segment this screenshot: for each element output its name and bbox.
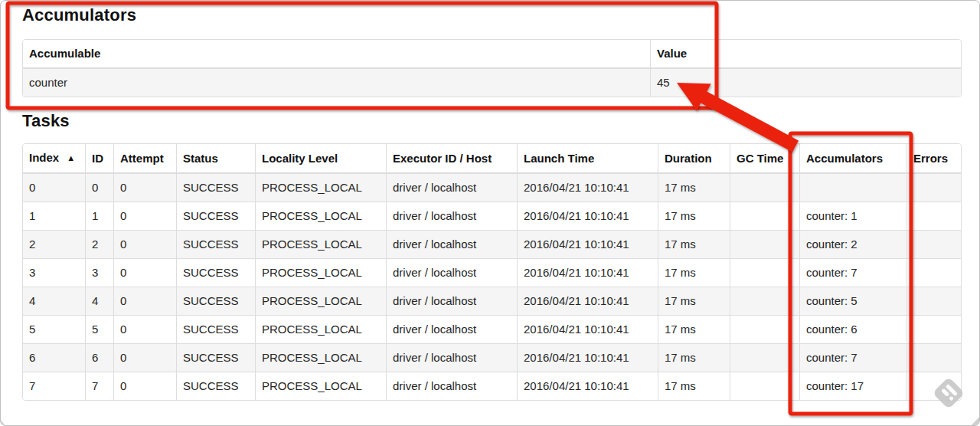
- tasks-cell-id: 4: [86, 287, 114, 316]
- tasks-cell-accumulators: counter: 1: [800, 202, 907, 231]
- tasks-cell-duration: 17 ms: [658, 202, 730, 231]
- tasks-header-row: Index▲IDAttemptStatusLocality LevelExecu…: [23, 144, 961, 174]
- tasks-column-header-locality-level[interactable]: Locality Level: [256, 144, 387, 174]
- tasks-cell-gc-time: [730, 174, 800, 202]
- tasks-cell-duration: 17 ms: [658, 174, 730, 202]
- tasks-cell-gc-time: [730, 344, 800, 372]
- tasks-cell-locality-level: PROCESS_LOCAL: [256, 174, 387, 202]
- tasks-cell-accumulators: counter: 2: [800, 231, 907, 259]
- tasks-cell-attempt: 0: [114, 174, 177, 202]
- tasks-cell-gc-time: [730, 287, 800, 316]
- tasks-cell-locality-level: PROCESS_LOCAL: [256, 344, 387, 372]
- acc-column-header-accumulable[interactable]: Accumulable: [23, 40, 651, 69]
- tasks-cell-index: 1: [23, 202, 86, 231]
- accumulators-heading: Accumulators: [22, 5, 136, 25]
- tasks-cell-status: SUCCESS: [177, 287, 256, 316]
- tasks-cell-errors: [907, 372, 961, 400]
- tasks-cell-status: SUCCESS: [177, 174, 256, 202]
- tasks-table-row: 220SUCCESSPROCESS_LOCALdriver / localhos…: [23, 231, 961, 259]
- tasks-cell-attempt: 0: [114, 372, 177, 400]
- tasks-heading: Tasks: [22, 111, 70, 131]
- tasks-column-header-duration[interactable]: Duration: [658, 144, 730, 174]
- tasks-cell-gc-time: [730, 259, 800, 287]
- tasks-cell-duration: 17 ms: [658, 231, 730, 259]
- tasks-cell-errors: [907, 316, 961, 344]
- tasks-column-header-errors[interactable]: Errors: [907, 144, 961, 174]
- tasks-table-row: 330SUCCESSPROCESS_LOCALdriver / localhos…: [23, 259, 961, 287]
- tasks-column-header-index[interactable]: Index▲: [23, 144, 86, 174]
- tasks-column-header-gc-time[interactable]: GC Time: [730, 144, 800, 174]
- accumulators-table-header: AccumulableValue: [23, 40, 961, 69]
- watermark-corner-fragment-left: [1, 420, 6, 426]
- tasks-cell-errors: [907, 202, 961, 231]
- tasks-cell-id: 3: [86, 259, 114, 287]
- tasks-cell-duration: 17 ms: [658, 287, 730, 316]
- tasks-column-header-launch-time[interactable]: Launch Time: [518, 144, 658, 174]
- tasks-cell-launch-time: 2016/04/21 10:10:41: [518, 372, 658, 400]
- tasks-cell-id: 0: [86, 174, 114, 202]
- tasks-cell-executor-id-host: driver / localhost: [387, 316, 518, 344]
- page-frame: Accumulators AccumulableValue counter45 …: [0, 0, 980, 426]
- tasks-cell-executor-id-host: driver / localhost: [387, 287, 518, 316]
- tasks-cell-errors: [907, 174, 961, 202]
- tasks-cell-gc-time: [730, 372, 800, 400]
- tasks-cell-attempt: 0: [114, 344, 177, 372]
- tasks-cell-attempt: 0: [114, 287, 177, 316]
- acc-cell-value: 45: [651, 69, 961, 97]
- tasks-cell-id: 2: [86, 231, 114, 259]
- tasks-table-row: 550SUCCESSPROCESS_LOCALdriver / localhos…: [23, 316, 961, 344]
- tasks-table-row: 660SUCCESSPROCESS_LOCALdriver / localhos…: [23, 344, 961, 372]
- acc-table-row: counter45: [23, 69, 961, 97]
- tasks-cell-status: SUCCESS: [177, 316, 256, 344]
- tasks-column-header-executor-id-host[interactable]: Executor ID / Host: [387, 144, 518, 174]
- tasks-cell-locality-level: PROCESS_LOCAL: [256, 372, 387, 400]
- tasks-cell-index: 4: [23, 287, 86, 316]
- tasks-column-header-accumulators[interactable]: Accumulators: [800, 144, 907, 174]
- tasks-cell-accumulators: counter: 17: [800, 372, 907, 400]
- tasks-column-header-status[interactable]: Status: [177, 144, 256, 174]
- tasks-cell-index: 7: [23, 372, 86, 400]
- tasks-cell-launch-time: 2016/04/21 10:10:41: [518, 287, 658, 316]
- accumulators-table: AccumulableValue counter45: [22, 39, 962, 97]
- tasks-cell-executor-id-host: driver / localhost: [387, 231, 518, 259]
- tasks-cell-launch-time: 2016/04/21 10:10:41: [518, 344, 658, 372]
- tasks-table-header: Index▲IDAttemptStatusLocality LevelExecu…: [23, 144, 961, 174]
- tasks-cell-status: SUCCESS: [177, 259, 256, 287]
- tasks-cell-attempt: 0: [114, 202, 177, 231]
- tasks-cell-locality-level: PROCESS_LOCAL: [256, 259, 387, 287]
- tasks-cell-executor-id-host: driver / localhost: [387, 344, 518, 372]
- sort-ascending-icon: ▲: [67, 153, 75, 162]
- tasks-cell-locality-level: PROCESS_LOCAL: [256, 287, 387, 316]
- accumulators-table-body: counter45: [23, 69, 961, 97]
- tasks-cell-index: 5: [23, 316, 86, 344]
- tasks-cell-executor-id-host: driver / localhost: [387, 372, 518, 400]
- tasks-cell-launch-time: 2016/04/21 10:10:41: [518, 259, 658, 287]
- tasks-cell-launch-time: 2016/04/21 10:10:41: [518, 202, 658, 231]
- tasks-cell-gc-time: [730, 202, 800, 231]
- tasks-table-row: 110SUCCESSPROCESS_LOCALdriver / localhos…: [23, 202, 961, 231]
- tasks-cell-duration: 17 ms: [658, 316, 730, 344]
- tasks-cell-executor-id-host: driver / localhost: [387, 202, 518, 231]
- tasks-cell-index: 3: [23, 259, 86, 287]
- tasks-cell-errors: [907, 231, 961, 259]
- tasks-cell-errors: [907, 287, 961, 316]
- tasks-table-row: 770SUCCESSPROCESS_LOCALdriver / localhos…: [23, 372, 961, 400]
- acc-column-header-value[interactable]: Value: [651, 40, 961, 69]
- tasks-cell-locality-level: PROCESS_LOCAL: [256, 231, 387, 259]
- tasks-cell-status: SUCCESS: [177, 231, 256, 259]
- tasks-cell-id: 1: [86, 202, 114, 231]
- tasks-cell-status: SUCCESS: [177, 372, 256, 400]
- tasks-column-header-attempt[interactable]: Attempt: [114, 144, 177, 174]
- tasks-cell-id: 6: [86, 344, 114, 372]
- tasks-cell-locality-level: PROCESS_LOCAL: [256, 202, 387, 231]
- acc-header-row: AccumulableValue: [23, 40, 961, 69]
- tasks-cell-status: SUCCESS: [177, 202, 256, 231]
- tasks-table-row: 440SUCCESSPROCESS_LOCALdriver / localhos…: [23, 287, 961, 316]
- tasks-cell-status: SUCCESS: [177, 344, 256, 372]
- tasks-table-row: 000SUCCESSPROCESS_LOCALdriver / localhos…: [23, 174, 961, 202]
- tasks-cell-accumulators: counter: 6: [800, 316, 907, 344]
- tasks-cell-errors: [907, 259, 961, 287]
- tasks-cell-executor-id-host: driver / localhost: [387, 259, 518, 287]
- tasks-column-header-id[interactable]: ID: [86, 144, 114, 174]
- tasks-cell-gc-time: [730, 231, 800, 259]
